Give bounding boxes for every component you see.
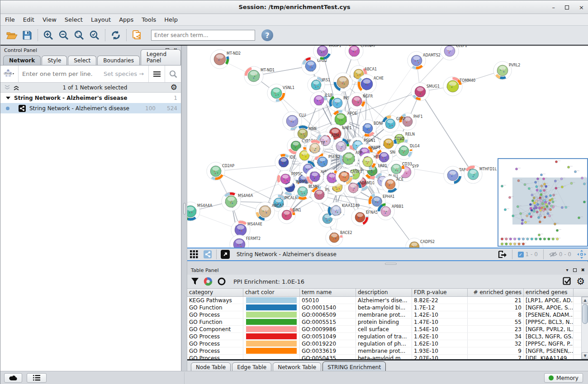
filter-icon[interactable] bbox=[191, 277, 199, 286]
network-node[interactable]: MT-ND2 bbox=[210, 50, 241, 69]
table-row[interactable]: GO FunctionGO:0005515protein binding1.47… bbox=[187, 318, 588, 326]
network-node[interactable]: DLG4 bbox=[395, 142, 420, 159]
string-source-selector[interactable]: STRING bbox=[0, 66, 19, 82]
network-node[interactable]: BDNF bbox=[359, 120, 384, 137]
menu-item-apps[interactable]: Apps bbox=[119, 16, 133, 23]
string-search-button[interactable] bbox=[165, 66, 181, 82]
table-row[interactable]: GO ProcessGO:0006509membrane prot...1.42… bbox=[187, 311, 588, 318]
column-header-description[interactable]: description bbox=[356, 289, 412, 296]
navigate-button[interactable] bbox=[575, 248, 588, 260]
network-node[interactable]: MTHFD1L bbox=[464, 165, 497, 183]
automation-button[interactable] bbox=[4, 373, 22, 383]
network-options-gear-icon[interactable]: ⚙ bbox=[171, 84, 177, 91]
network-node[interactable]: PVRL2 bbox=[493, 61, 520, 80]
network-node[interactable]: BACE2 bbox=[326, 229, 352, 246]
enrichment-settings-gear-icon[interactable]: ⚙ bbox=[576, 277, 585, 286]
search-input[interactable] bbox=[151, 30, 255, 41]
table-row[interactable]: GO FunctionGO:0001540beta-amyloid bi...1… bbox=[187, 304, 588, 311]
network-node[interactable]: INS bbox=[329, 94, 349, 112]
menu-item-view[interactable]: View bbox=[43, 16, 57, 23]
birds-eye-view[interactable] bbox=[498, 158, 588, 247]
tab-network[interactable]: Network bbox=[3, 56, 41, 65]
detach-view-button[interactable] bbox=[218, 248, 232, 260]
panel-menu-icon[interactable]: ▾ bbox=[566, 268, 569, 272]
refresh-button[interactable] bbox=[108, 28, 123, 42]
tab-select[interactable]: Select bbox=[68, 56, 96, 65]
network-node[interactable]: CD2AP bbox=[207, 162, 234, 180]
zoom-fit-button[interactable] bbox=[71, 28, 87, 42]
horizontal-splitter[interactable] bbox=[187, 262, 588, 266]
collection-expand-icon[interactable] bbox=[6, 96, 10, 100]
network-node[interactable]: BIN1 bbox=[278, 206, 301, 224]
network-node[interactable]: CELF1 bbox=[441, 46, 467, 60]
chart-icon[interactable] bbox=[204, 277, 213, 286]
column-header--enriched-genes[interactable]: # enriched genes bbox=[468, 289, 524, 296]
network-node[interactable]: NGFR bbox=[348, 93, 373, 110]
column-header-enriched-genes[interactable]: enriched genes bbox=[524, 289, 574, 296]
table-row[interactable]: GO ProcessGO:0051049regulation of tra...… bbox=[187, 333, 588, 340]
network-node[interactable]: EFNA5 bbox=[351, 209, 378, 226]
zoom-in-button[interactable] bbox=[41, 28, 56, 42]
table-scrollbar[interactable]: ▲ ▼ bbox=[581, 297, 588, 359]
splitter-handle[interactable] bbox=[385, 263, 397, 265]
ring-chart-icon[interactable] bbox=[217, 277, 226, 286]
network-node[interactable]: PHF1 bbox=[399, 113, 423, 130]
scroll-down-icon[interactable]: ▼ bbox=[582, 352, 588, 359]
menu-item-select[interactable]: Select bbox=[65, 16, 83, 23]
set-species-label[interactable]: Set species → bbox=[104, 70, 148, 77]
maximize-button[interactable] bbox=[565, 5, 569, 9]
splitter-handle[interactable] bbox=[183, 203, 186, 215]
hidden-count-badge[interactable]: 0 - 0 bbox=[545, 251, 575, 258]
network-node[interactable]: FERMT2 bbox=[230, 235, 261, 248]
menu-item-layout[interactable]: Layout bbox=[91, 16, 111, 23]
collapse-all-icon[interactable] bbox=[4, 85, 10, 90]
string-options-button[interactable] bbox=[148, 66, 165, 82]
import-network-button[interactable] bbox=[129, 28, 145, 42]
open-session-button[interactable] bbox=[4, 28, 19, 42]
network-node[interactable]: MT-ND1 bbox=[244, 66, 275, 85]
tab-style[interactable]: Style bbox=[42, 56, 67, 65]
tab-boundaries[interactable]: Boundaries bbox=[97, 56, 140, 65]
network-node[interactable]: SMUG1 bbox=[411, 83, 440, 101]
float-panel-button[interactable] bbox=[573, 268, 577, 272]
menu-item-file[interactable]: File bbox=[5, 16, 15, 23]
select-rows-icon[interactable] bbox=[563, 277, 572, 286]
network-node[interactable]: ACHE bbox=[357, 75, 384, 94]
string-query-input[interactable] bbox=[19, 70, 104, 77]
scroll-up-icon[interactable]: ▲ bbox=[582, 297, 588, 304]
menu-item-tools[interactable]: Tools bbox=[142, 16, 156, 23]
save-session-button[interactable] bbox=[19, 28, 35, 42]
table-row[interactable]: GO ProcessGO:0033619membrane prot...1.93… bbox=[187, 347, 588, 355]
column-header-term-name[interactable]: term name bbox=[300, 289, 356, 296]
network-node[interactable]: CADPS2 bbox=[406, 238, 435, 248]
network-node[interactable]: PAXIP1 bbox=[313, 46, 341, 60]
table-row[interactable]: GO ProcessGO:0019220regulation of ph...1… bbox=[187, 340, 588, 347]
task-history-button[interactable] bbox=[27, 373, 47, 383]
table-row[interactable]: GO ProcessGO:0050435beta-amyloid m...2.0… bbox=[187, 355, 588, 359]
table-row[interactable]: GO ComponentGO:0009986cell surface1.54E-… bbox=[187, 326, 588, 333]
network-canvas[interactable]: MT-ND2MT-ND1VSNL1GAB2PAXIP1CHRNA7ADAMTS2… bbox=[187, 46, 588, 248]
help-button[interactable]: ? bbox=[261, 29, 273, 41]
scrollbar-thumb[interactable] bbox=[582, 304, 588, 324]
menu-item-edit[interactable]: Edit bbox=[23, 16, 34, 23]
network-node[interactable]: CHRNA7 bbox=[345, 46, 376, 60]
network-overview-button[interactable] bbox=[201, 248, 214, 260]
minimize-button[interactable]: – bbox=[552, 5, 555, 10]
network-collection-row[interactable]: String Network - Alzheimer's disease 1 bbox=[0, 93, 181, 103]
tab-legend-panel[interactable]: Legend Panel bbox=[141, 49, 181, 65]
expand-all-icon[interactable] bbox=[13, 85, 19, 90]
menu-item-help[interactable]: Help bbox=[164, 16, 178, 23]
column-header-chart-color[interactable]: chart color bbox=[243, 289, 300, 296]
column-header-fdr-p-value[interactable]: FDR p-value bbox=[412, 289, 468, 296]
network-node[interactable]: VSNL1 bbox=[267, 84, 294, 102]
memory-button[interactable]: Memory bbox=[544, 373, 583, 383]
zoom-out-button[interactable] bbox=[56, 28, 71, 42]
selected-count-badge[interactable]: ✓ 1 - 0 bbox=[514, 251, 541, 258]
close-button[interactable]: × bbox=[579, 5, 584, 10]
close-panel-button[interactable]: ✖ bbox=[581, 268, 585, 272]
network-node[interactable]: APBB1 bbox=[377, 203, 403, 220]
network-node[interactable]: TOMM40 bbox=[443, 77, 475, 96]
network-node[interactable]: ADAMTS2 bbox=[408, 52, 441, 70]
column-header-category[interactable]: category bbox=[187, 289, 243, 296]
table-row[interactable]: KEGG Pathways05010Alzheimer's dise...8.8… bbox=[187, 297, 588, 304]
